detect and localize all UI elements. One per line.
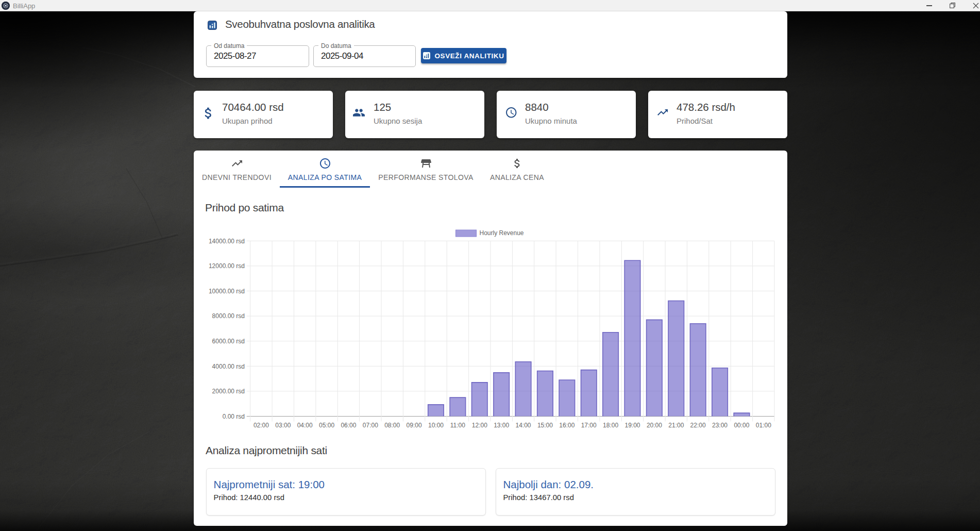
svg-text:14000.00 rsd: 14000.00 rsd bbox=[209, 238, 245, 245]
svg-text:06:00: 06:00 bbox=[341, 422, 356, 429]
svg-text:00:00: 00:00 bbox=[734, 422, 749, 429]
svg-text:20:00: 20:00 bbox=[647, 422, 662, 429]
svg-text:02:00: 02:00 bbox=[254, 422, 269, 429]
svg-text:18:00: 18:00 bbox=[603, 422, 618, 429]
svg-text:16:00: 16:00 bbox=[559, 422, 575, 429]
svg-text:4000.00 rsd: 4000.00 rsd bbox=[212, 363, 245, 370]
svg-text:08:00: 08:00 bbox=[384, 422, 400, 429]
svg-text:10000.00 rsd: 10000.00 rsd bbox=[209, 288, 245, 295]
svg-text:17:00: 17:00 bbox=[581, 422, 597, 429]
svg-text:Hourly Revenue: Hourly Revenue bbox=[480, 229, 524, 237]
svg-text:14:00: 14:00 bbox=[515, 422, 531, 429]
svg-text:2000.00 rsd: 2000.00 rsd bbox=[212, 388, 245, 395]
svg-text:13:00: 13:00 bbox=[494, 422, 509, 429]
svg-text:10:00: 10:00 bbox=[428, 422, 444, 429]
svg-text:19:00: 19:00 bbox=[624, 422, 640, 429]
svg-text:12000.00 rsd: 12000.00 rsd bbox=[209, 262, 245, 270]
svg-text:23:00: 23:00 bbox=[712, 422, 728, 429]
svg-text:09:00: 09:00 bbox=[407, 422, 422, 429]
svg-text:01:00: 01:00 bbox=[756, 422, 771, 429]
svg-text:22:00: 22:00 bbox=[690, 422, 706, 429]
svg-text:04:00: 04:00 bbox=[297, 422, 313, 429]
svg-text:15:00: 15:00 bbox=[537, 422, 553, 429]
svg-text:21:00: 21:00 bbox=[668, 422, 684, 429]
svg-text:0.00 rsd: 0.00 rsd bbox=[223, 413, 245, 420]
svg-text:8000.00 rsd: 8000.00 rsd bbox=[212, 312, 245, 320]
svg-text:6000.00 rsd: 6000.00 rsd bbox=[212, 338, 245, 345]
svg-text:07:00: 07:00 bbox=[363, 422, 378, 429]
svg-text:12:00: 12:00 bbox=[472, 422, 487, 429]
svg-text:03:00: 03:00 bbox=[275, 422, 291, 429]
svg-text:05:00: 05:00 bbox=[319, 422, 334, 429]
svg-text:11:00: 11:00 bbox=[450, 422, 465, 429]
